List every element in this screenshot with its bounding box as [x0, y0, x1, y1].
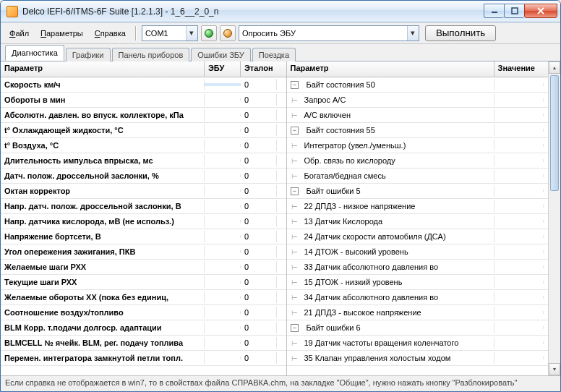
param-cell: 15 ДТОЖ - низкий уровень [303, 276, 494, 288]
tree-row[interactable]: ⊢34 Датчик абсолютного давления во [287, 290, 549, 305]
tree-row[interactable]: ⊢35 Клапан управления холостым ходом [287, 351, 549, 366]
right-pane: Параметр Значение −Байт состояния 50⊢Зап… [287, 61, 561, 375]
led-green-button[interactable] [201, 25, 217, 41]
tab-grafiki[interactable]: Графики [66, 48, 111, 61]
close-button[interactable] [524, 4, 557, 18]
tree-row[interactable]: −Байт ошибки 6 [287, 320, 549, 336]
table-row[interactable]: BLMCELL № ячейк. BLM, рег. подачу топлив… [1, 336, 286, 351]
table-row[interactable]: Скорость км/ч0 [1, 77, 286, 93]
table-row[interactable]: Соотношение воздух/топливо0 [1, 305, 286, 320]
scroll-track[interactable] [549, 74, 560, 363]
tab-panel[interactable]: Панель приборов [112, 48, 190, 61]
tree-row[interactable]: ⊢14 ДТОЖ - высокий уровень [287, 244, 549, 260]
table-row[interactable]: BLM Корр. т.подачи долгоср. адаптации0 [1, 320, 286, 336]
param-cell: Текущие шаги РХХ [1, 276, 205, 288]
param-cell: Интегратор (увел./уменьш.) [303, 140, 494, 151]
param-cell: 19 Датчик частоты вращения коленчатого [303, 337, 494, 349]
etalon-cell: 0 [241, 352, 277, 364]
table-row[interactable]: t° Воздуха, °C0 [1, 138, 286, 153]
tree-row[interactable]: −Байт ошибки 5 [287, 184, 549, 199]
table-row[interactable]: Обороты в мин0 [1, 93, 286, 108]
content-area: Параметр ЭБУ Эталон Скорость км/ч0Оборот… [1, 61, 560, 375]
etalon-cell: 0 [241, 140, 277, 151]
param-cell: Байт ошибки 5 [303, 185, 494, 197]
param-cell: BLMCELL № ячейк. BLM, рег. подачу топлив… [1, 337, 205, 349]
led-orange-button[interactable] [220, 25, 236, 41]
table-row[interactable]: Длительность импульса впрыска, мс0 [1, 153, 286, 169]
execute-button[interactable]: Выполнить [425, 25, 496, 41]
tree-row[interactable]: ⊢21 ДПДЗ - высокое напряжение [287, 305, 549, 320]
param-cell: Датч. полож. дроссельной заслонки, % [1, 170, 205, 182]
scrollbar-vertical[interactable]: ▴ ▾ [548, 61, 560, 375]
action-select[interactable]: Опросить ЭБУ ▾ [239, 25, 419, 41]
value-cell [494, 326, 544, 329]
scroll-down-button[interactable]: ▾ [549, 363, 560, 375]
table-row[interactable]: Напр. датчика кислорода, мВ (не использ.… [1, 214, 286, 229]
table-row[interactable]: Абсолютн. давлен. во впуск. коллекторе, … [1, 108, 286, 123]
port-select[interactable]: COM1 ▾ [142, 25, 198, 41]
tree-row[interactable]: ⊢13 Датчик Кислорода [287, 214, 549, 229]
param-cell: 14 ДТОЖ - высокий уровень [303, 246, 494, 257]
port-value: COM1 [145, 29, 168, 38]
table-row[interactable]: Октан корректор0 [1, 184, 286, 199]
table-row[interactable]: Напряжение бортсети, В0 [1, 229, 286, 244]
param-cell: 35 Клапан управления холостым ходом [303, 352, 494, 364]
tree-branch-icon: ⊢ [287, 110, 303, 121]
led-green-icon [205, 29, 213, 38]
tree-row[interactable]: −Байт состояния 55 [287, 123, 549, 138]
value-cell [494, 83, 544, 86]
tree-row[interactable]: ⊢33 Датчик абсолютного давления во [287, 260, 549, 275]
value-cell [494, 144, 544, 147]
maximize-button[interactable] [504, 4, 524, 18]
tree-row[interactable]: ⊢Обр. связь по кислороду [287, 153, 549, 169]
table-row[interactable]: Угол опережения зажигания, ПКВ0 [1, 244, 286, 260]
value-cell [494, 205, 544, 208]
tree-collapse-icon: − [287, 186, 303, 197]
tab-oshibki[interactable]: Ошибки ЗБУ [191, 48, 250, 61]
etalon-cell: 0 [241, 79, 277, 90]
tree-row[interactable]: ⊢Запрос A/C [287, 93, 549, 108]
tab-diagnostika[interactable]: Диагностика [5, 45, 64, 61]
value-cell [494, 98, 544, 101]
param-cell: Байт состояния 50 [303, 79, 494, 90]
scroll-thumb[interactable] [550, 75, 559, 191]
left-header: Параметр ЭБУ Эталон [1, 61, 286, 77]
ecu-cell [205, 114, 241, 116]
table-row[interactable]: Перемен. интегратора замкнутой петли топ… [1, 351, 286, 366]
tree-row[interactable]: ⊢19 Датчик частоты вращения коленчатого [287, 336, 549, 351]
minimize-button[interactable] [484, 4, 504, 18]
value-cell [494, 357, 544, 359]
menu-help[interactable]: Справка [90, 27, 130, 40]
value-cell [494, 114, 544, 116]
menu-params[interactable]: Параметры [36, 27, 87, 40]
table-row[interactable]: t° Охлаждающей жидкости, °C0 [1, 123, 286, 138]
ecu-cell [205, 235, 241, 238]
tree-row[interactable]: ⊢Интегратор (увел./уменьш.) [287, 138, 549, 153]
tree-row[interactable]: ⊢15 ДТОЖ - низкий уровень [287, 275, 549, 290]
right-grid-body[interactable]: −Байт состояния 50⊢Запрос A/C⊢A/C включе… [287, 77, 549, 375]
etalon-cell: 0 [241, 322, 277, 333]
tree-row[interactable]: ⊢A/C включен [287, 108, 549, 123]
tree-branch-icon: ⊢ [287, 155, 303, 166]
scroll-up-button[interactable]: ▴ [549, 61, 560, 74]
tree-branch-icon: ⊢ [287, 171, 303, 182]
table-row[interactable]: Текущие шаги РХХ0 [1, 275, 286, 290]
tree-collapse-icon: − [287, 80, 303, 90]
param-cell: Запрос A/C [303, 94, 494, 106]
table-row[interactable]: Датч. полож. дроссельной заслонки, %0 [1, 169, 286, 184]
left-grid-body[interactable]: Скорость км/ч0Обороты в мин0Абсолютн. да… [1, 77, 286, 375]
tree-branch-icon: ⊢ [287, 262, 303, 273]
table-row[interactable]: Желаемые шаги РХХ0 [1, 260, 286, 275]
tree-branch-icon: ⊢ [287, 292, 303, 303]
table-row[interactable]: Напр. датч. полож. дроссельной заслонки,… [1, 199, 286, 214]
tree-row[interactable]: −Байт состояния 50 [287, 77, 549, 93]
tree-row[interactable]: ⊢22 ДПДЗ - низкое напряжение [287, 199, 549, 214]
param-cell: t° Воздуха, °C [1, 140, 205, 151]
tab-poezdka[interactable]: Поездка [252, 48, 296, 61]
etalon-cell: 0 [241, 261, 277, 273]
menu-file[interactable]: Файл [5, 27, 33, 40]
tree-row[interactable]: ⊢24 Датчик скорости автомобиля (ДСА) [287, 229, 549, 244]
tree-row[interactable]: ⊢Богатая/бедная смесь [287, 169, 549, 184]
tree-branch-icon: ⊢ [287, 307, 303, 318]
table-row[interactable]: Желаемые обороты ХХ (пока без единиц,0 [1, 290, 286, 305]
